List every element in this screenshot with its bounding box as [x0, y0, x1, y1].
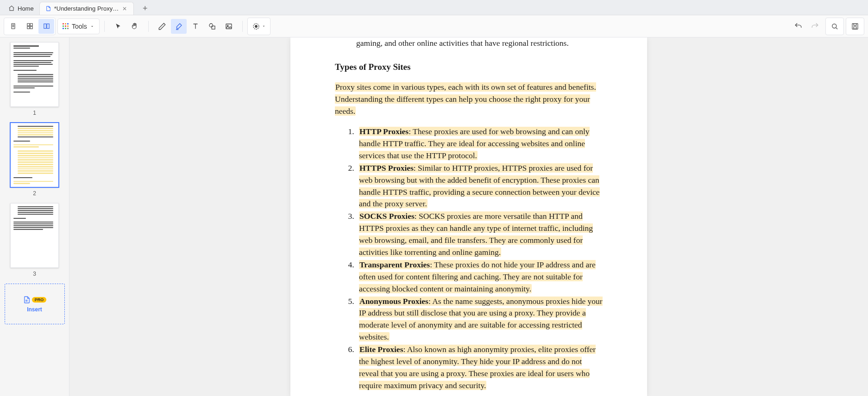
annotate-group: [153, 18, 238, 35]
shapes-tool-button[interactable]: [204, 19, 220, 34]
svg-point-16: [832, 24, 837, 28]
svg-rect-6: [27, 26, 29, 29]
svg-rect-17: [852, 24, 858, 29]
pro-badge: PRO: [32, 297, 47, 303]
insert-page-button[interactable]: PRO Insert: [5, 284, 65, 324]
highlighter-tool-button[interactable]: [171, 19, 187, 34]
toolbar: Tools: [0, 15, 868, 37]
intro-types: Proxy sites come in various types, each …: [335, 81, 603, 118]
history-group: [789, 18, 824, 35]
thumbnail-item: 1: [4, 42, 65, 116]
svg-point-15: [255, 25, 257, 27]
tab-document-label: *Understanding Proxy…: [54, 5, 119, 12]
thumbnail-panel[interactable]: 1 2: [0, 37, 69, 396]
separator: [104, 21, 105, 32]
tab-bar: Home *Understanding Proxy… ✕ +: [0, 0, 868, 15]
svg-rect-0: [11, 24, 14, 29]
document-viewer[interactable]: gaming, and other online activities that…: [69, 37, 868, 396]
list-item: HTTP Proxies: These proxies are used for…: [356, 126, 603, 162]
page-thumbnail-2[interactable]: [10, 123, 59, 187]
save-group: [846, 18, 864, 35]
list-item: Transparent Proxies: These proxies do no…: [356, 259, 603, 295]
search-button[interactable]: [827, 19, 843, 34]
file-icon: [45, 6, 51, 12]
thumbnail-number: 1: [33, 110, 36, 116]
thumbnail-number: 3: [33, 271, 36, 277]
fragment-previous: gaming, and other online activities that…: [335, 37, 603, 49]
svg-rect-8: [44, 24, 46, 29]
chevron-down-icon: [90, 24, 94, 29]
pointer-group: [109, 18, 144, 35]
insert-page-item: PRO Insert: [4, 284, 65, 324]
thumbnail-number: 2: [33, 190, 36, 197]
insert-label: Insert: [27, 306, 42, 313]
main-area: 1 2: [0, 37, 868, 396]
save-button[interactable]: [847, 19, 863, 34]
svg-point-10: [209, 24, 213, 27]
redo-button[interactable]: [807, 19, 823, 34]
svg-rect-9: [47, 24, 49, 29]
close-icon[interactable]: ✕: [121, 6, 128, 12]
image-tool-button[interactable]: [221, 19, 237, 34]
undo-button[interactable]: [790, 19, 806, 34]
svg-rect-12: [226, 24, 232, 29]
tab-document[interactable]: *Understanding Proxy… ✕: [39, 2, 134, 15]
two-page-button[interactable]: [38, 19, 54, 34]
separator: [242, 21, 243, 32]
select-tool-button[interactable]: [110, 19, 126, 34]
svg-rect-18: [854, 26, 856, 29]
heading-types: Types of Proxy Sites: [335, 62, 603, 72]
search-group: [825, 18, 844, 35]
svg-rect-5: [30, 24, 32, 26]
tab-home-label: Home: [18, 5, 34, 12]
single-page-button[interactable]: [5, 19, 21, 34]
svg-rect-4: [27, 24, 29, 26]
tools-icon: [63, 23, 69, 30]
grid-view-button[interactable]: [22, 19, 38, 34]
separator: [148, 21, 149, 32]
thumbnail-item: 3: [4, 203, 65, 277]
insert-page-icon: [23, 295, 31, 304]
svg-rect-7: [30, 26, 32, 29]
text-tool-button[interactable]: [188, 19, 203, 34]
list-item: HTTPS Proxies: Similar to HTTP proxies, …: [356, 162, 603, 210]
view-mode-group: [4, 18, 56, 35]
hand-tool-button[interactable]: [127, 19, 143, 34]
new-tab-button[interactable]: +: [138, 2, 151, 15]
color-group: [247, 18, 270, 35]
list-item: SOCKS Proxies: SOCKS proxies are more ve…: [356, 210, 603, 259]
thumbnail-item: 2: [4, 123, 65, 197]
color-picker-button[interactable]: [249, 19, 269, 34]
home-icon: [8, 5, 15, 12]
page-thumbnail-1[interactable]: [10, 42, 59, 107]
tab-home[interactable]: Home: [3, 2, 39, 15]
list-item: Anonymous Proxies: As the name suggests,…: [356, 296, 603, 344]
tools-label: Tools: [72, 23, 87, 30]
tools-menu-button[interactable]: Tools: [57, 19, 100, 34]
pencil-tool-button[interactable]: [154, 19, 170, 34]
proxy-types-list: HTTP Proxies: These proxies are used for…: [335, 126, 603, 392]
page-thumbnail-3[interactable]: [10, 203, 59, 268]
list-item: Elite Proxies: Also known as high anonym…: [356, 344, 603, 392]
document-page: gaming, and other online activities that…: [290, 37, 647, 396]
